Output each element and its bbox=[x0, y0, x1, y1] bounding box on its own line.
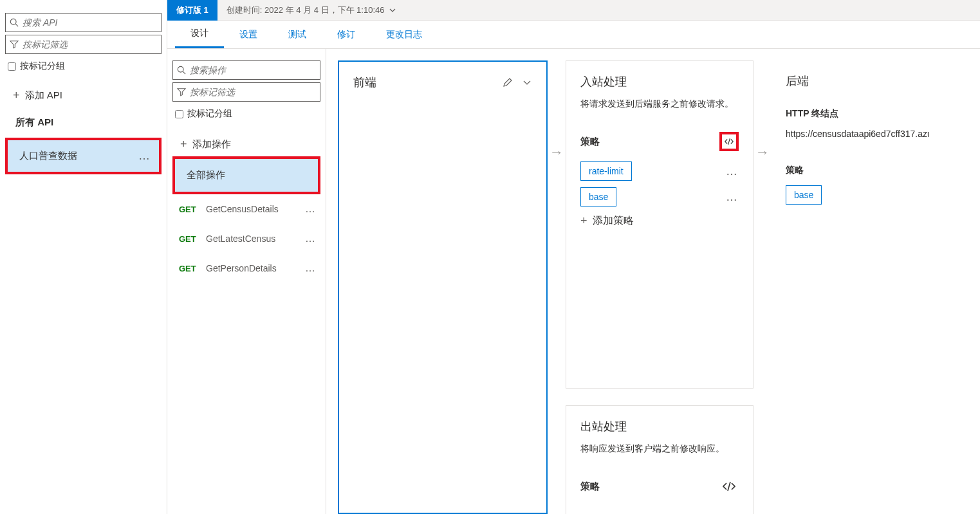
api-item-menu[interactable]: … bbox=[138, 149, 151, 163]
add-api-label: 添加 API bbox=[25, 89, 62, 102]
edit-icon[interactable] bbox=[503, 77, 513, 87]
svg-point-2 bbox=[178, 66, 183, 72]
chevron-down-icon bbox=[389, 6, 396, 14]
operations-column: 按标记分组 + 添加操作 全部操作 GET GetCensusDetails …… bbox=[167, 49, 326, 514]
outbound-title: 出站处理 bbox=[580, 419, 627, 434]
frontend-card: 前端 bbox=[338, 60, 548, 514]
op-method: GET bbox=[179, 205, 206, 214]
revision-badge[interactable]: 修订版 1 bbox=[167, 0, 217, 21]
filter-ops-box[interactable] bbox=[172, 82, 320, 102]
tab-revisions[interactable]: 修订 bbox=[322, 21, 371, 48]
policy-row: base bbox=[786, 185, 929, 205]
policy-row: base … bbox=[580, 187, 739, 207]
backend-card: 后端 HTTP 终结点 https://censusdataapi6ed7cff… bbox=[772, 60, 943, 514]
backend-endpoint-url: https://censusdataapi6ed7cff317.azurew bbox=[786, 129, 929, 139]
group-by-tag-api-checkbox[interactable] bbox=[8, 62, 16, 71]
policy-base-backend[interactable]: base bbox=[786, 185, 822, 205]
op-name: GetPersonDetails bbox=[206, 263, 305, 273]
outbound-desc: 将响应发送到客户端之前修改响应。 bbox=[580, 443, 739, 455]
group-by-tag-api[interactable]: 按标记分组 bbox=[8, 60, 162, 72]
pipeline-column: 入站处理 将请求发送到后端服务之前修改请求。 策略 rate-limit … bbox=[566, 60, 753, 514]
policy-menu[interactable]: … bbox=[726, 165, 739, 178]
op-method: GET bbox=[179, 264, 206, 273]
outbound-card: 出站处理 将响应发送到客户端之前修改响应。 策略 bbox=[566, 405, 753, 514]
add-operation-label: 添加操作 bbox=[192, 138, 231, 151]
filter-ops-input[interactable] bbox=[190, 87, 316, 97]
top-bar: 修订版 1 创建时间: 2022 年 4 月 4 日，下午 1:10:46 bbox=[167, 0, 980, 21]
op-menu[interactable]: … bbox=[305, 233, 317, 244]
operation-row[interactable]: GET GetCensusDetails … bbox=[172, 194, 320, 224]
group-by-tag-ops[interactable]: 按标记分组 bbox=[175, 108, 320, 120]
add-policy-label: 添加策略 bbox=[593, 214, 634, 228]
tabs: 设计 设置 测试 修订 更改日志 bbox=[167, 21, 980, 49]
operation-row[interactable]: GET GetLatestCensus … bbox=[172, 224, 320, 253]
api-sidebar: 按标记分组 + 添加 API 所有 API 人口普查数据 … bbox=[0, 0, 167, 514]
backend-title: 后端 bbox=[786, 73, 809, 89]
created-time[interactable]: 创建时间: 2022 年 4 月 4 日，下午 1:10:46 bbox=[217, 5, 405, 16]
add-api-button[interactable]: + 添加 API bbox=[5, 84, 162, 107]
group-by-tag-ops-checkbox[interactable] bbox=[175, 110, 183, 118]
filter-icon bbox=[10, 40, 19, 49]
search-api-box[interactable] bbox=[5, 13, 162, 32]
inbound-card: 入站处理 将请求发送到后端服务之前修改请求。 策略 rate-limit … bbox=[566, 60, 753, 389]
policy-base[interactable]: base bbox=[580, 187, 616, 207]
op-menu[interactable]: … bbox=[305, 203, 317, 215]
policy-rate-limit[interactable]: rate-limit bbox=[580, 161, 632, 181]
outbound-code-editor-button[interactable] bbox=[719, 477, 739, 496]
add-inbound-policy-button[interactable]: + 添加策略 bbox=[580, 214, 739, 228]
outbound-policies-label: 策略 bbox=[580, 481, 600, 493]
tab-test[interactable]: 测试 bbox=[273, 21, 322, 48]
code-icon bbox=[725, 136, 734, 147]
plus-icon: + bbox=[13, 89, 20, 102]
backend-endpoint-label: HTTP 终结点 bbox=[786, 108, 929, 120]
code-icon bbox=[723, 481, 735, 491]
tab-changelog[interactable]: 更改日志 bbox=[371, 21, 438, 48]
policy-row: rate-limit … bbox=[580, 161, 739, 181]
search-ops-input[interactable] bbox=[190, 65, 316, 75]
plus-icon: + bbox=[180, 138, 187, 151]
svg-line-3 bbox=[183, 71, 185, 74]
inbound-desc: 将请求发送到后端服务之前修改请求。 bbox=[580, 98, 739, 110]
search-icon bbox=[177, 66, 186, 75]
group-by-tag-ops-label: 按标记分组 bbox=[187, 108, 232, 120]
inbound-code-editor-button[interactable] bbox=[719, 132, 739, 151]
op-name: GetCensusDetails bbox=[206, 204, 305, 214]
filter-icon bbox=[177, 87, 186, 96]
search-ops-box[interactable] bbox=[172, 60, 320, 80]
arrow-icon: → bbox=[753, 60, 772, 161]
main-area: 修订版 1 创建时间: 2022 年 4 月 4 日，下午 1:10:46 设计… bbox=[167, 0, 980, 514]
svg-line-1 bbox=[15, 24, 18, 26]
design-surface: 前端 → 入站处理 将请求发送到后端服务之前修改请求。 策略 bbox=[326, 49, 980, 514]
chevron-down-icon[interactable] bbox=[522, 77, 532, 87]
created-time-text: 创建时间: 2022 年 4 月 4 日，下午 1:10:46 bbox=[227, 5, 385, 16]
add-operation-button[interactable]: + 添加操作 bbox=[172, 133, 320, 156]
tab-design[interactable]: 设计 bbox=[175, 21, 224, 48]
search-icon bbox=[10, 18, 19, 27]
content: 按标记分组 + 添加操作 全部操作 GET GetCensusDetails …… bbox=[167, 49, 980, 514]
svg-point-0 bbox=[10, 19, 16, 24]
all-apis-item[interactable]: 所有 API bbox=[5, 107, 162, 138]
backend-policies-label: 策略 bbox=[786, 165, 929, 176]
api-item-label: 人口普查数据 bbox=[19, 150, 77, 162]
inbound-title: 入站处理 bbox=[580, 74, 627, 89]
plus-icon: + bbox=[580, 214, 587, 228]
group-by-tag-api-label: 按标记分组 bbox=[20, 60, 65, 72]
filter-api-box[interactable] bbox=[5, 35, 162, 54]
operation-row[interactable]: GET GetPersonDetails … bbox=[172, 253, 320, 283]
api-item-census[interactable]: 人口普查数据 … bbox=[5, 138, 162, 174]
all-operations-item[interactable]: 全部操作 bbox=[172, 156, 320, 194]
frontend-title: 前端 bbox=[353, 75, 376, 90]
policy-menu[interactable]: … bbox=[726, 190, 739, 204]
op-method: GET bbox=[179, 234, 206, 244]
op-name: GetLatestCensus bbox=[206, 234, 305, 244]
search-api-input[interactable] bbox=[23, 17, 157, 28]
tab-settings[interactable]: 设置 bbox=[224, 21, 273, 48]
op-menu[interactable]: … bbox=[305, 262, 317, 274]
arrow-icon: → bbox=[548, 60, 566, 161]
filter-api-input[interactable] bbox=[23, 39, 157, 50]
inbound-policies-label: 策略 bbox=[580, 136, 600, 148]
